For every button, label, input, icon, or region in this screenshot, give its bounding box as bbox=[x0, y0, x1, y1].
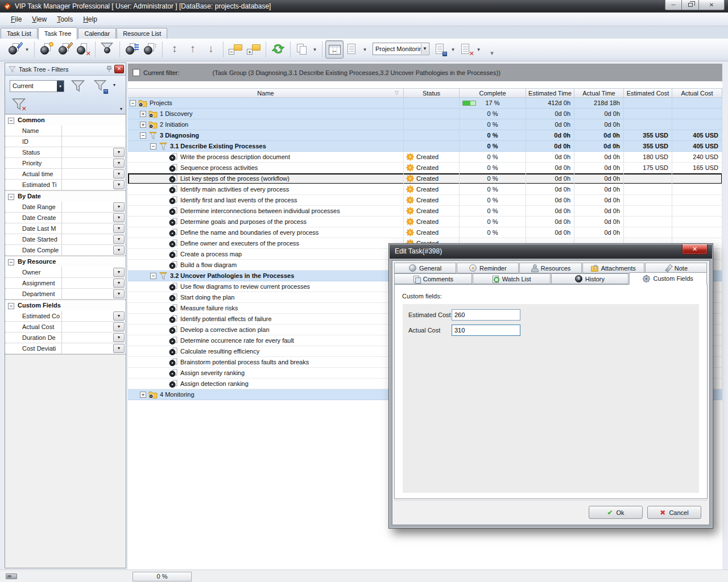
tab-calendar[interactable]: Calendar bbox=[78, 28, 116, 39]
task-group-row[interactable]: +1 Discovery0 %0d 0h0d 0h bbox=[128, 109, 722, 119]
collapse-icon[interactable]: − bbox=[8, 194, 14, 200]
chevron-down-icon[interactable]: ▼ bbox=[113, 224, 125, 233]
filter-field-value[interactable]: ▼ bbox=[61, 202, 126, 212]
dialog-tab-comments[interactable]: Comments bbox=[394, 273, 472, 284]
report-view-button[interactable] bbox=[344, 40, 362, 59]
chevron-down-icon[interactable]: ▼ bbox=[113, 180, 125, 189]
tab-resource-list[interactable]: Resource List bbox=[117, 28, 167, 39]
save-report-button[interactable] bbox=[432, 40, 450, 59]
collapse-icon[interactable]: − bbox=[150, 143, 156, 149]
chevron-down-icon[interactable]: ▼ bbox=[113, 169, 125, 178]
column-header-status[interactable]: Status bbox=[404, 89, 460, 97]
tab-task-tree[interactable]: Task Tree bbox=[38, 27, 78, 40]
collapse-icon[interactable]: − bbox=[8, 303, 14, 309]
collapse-icon[interactable]: − bbox=[130, 100, 136, 106]
expand-icon[interactable]: + bbox=[140, 122, 146, 128]
chevron-down-icon[interactable]: ▼ bbox=[113, 289, 125, 298]
column-header-actual-cost[interactable]: Actual Cost bbox=[672, 89, 722, 97]
chevron-down-icon[interactable]: ▼ bbox=[113, 333, 125, 342]
column-header-estimated-time[interactable]: Estimated Time bbox=[526, 89, 574, 97]
task-group-row[interactable]: −Projects17 %412d 0h218d 18h bbox=[128, 98, 722, 109]
current-filter-checkbox[interactable] bbox=[133, 69, 140, 76]
filter-field-value[interactable]: ▼ bbox=[61, 343, 126, 354]
collapse-icon[interactable]: − bbox=[150, 273, 156, 279]
chevron-down-icon[interactable]: ▾ bbox=[362, 40, 368, 59]
move-down-button[interactable]: ↓ bbox=[202, 40, 220, 59]
chevron-down-icon[interactable]: ▼ bbox=[113, 322, 125, 331]
filter-field-value[interactable]: ▼ bbox=[61, 332, 126, 343]
filter-panel-close-button[interactable]: ✕ bbox=[114, 65, 124, 73]
cancel-button[interactable]: ✖ Cancel bbox=[647, 506, 701, 519]
dialog-tab-history[interactable]: History bbox=[551, 273, 629, 284]
collapse-all-button[interactable]: − bbox=[226, 40, 245, 59]
task-row[interactable]: Define the name and boundaries of every … bbox=[128, 227, 722, 238]
actual-cost-input[interactable] bbox=[452, 325, 520, 336]
chevron-down-icon[interactable]: ▾ bbox=[57, 81, 64, 92]
filter-group-by-resource[interactable]: −By Resource bbox=[5, 256, 126, 267]
chevron-down-icon[interactable]: ▾ bbox=[24, 40, 30, 59]
chevron-down-icon[interactable]: ▼ bbox=[113, 202, 125, 211]
dialog-tab-general[interactable]: General bbox=[394, 263, 456, 273]
pin-icon[interactable] bbox=[106, 65, 112, 73]
filter-field-value[interactable]: ▼ bbox=[61, 267, 126, 277]
expand-icon[interactable]: + bbox=[140, 111, 146, 117]
chevron-down-icon[interactable]: ▾ bbox=[312, 40, 318, 59]
fit-columns-button[interactable]: ↔ bbox=[325, 40, 344, 59]
duplicate-button[interactable] bbox=[293, 40, 312, 59]
toolbar-overflow-button[interactable]: ▾ bbox=[483, 40, 501, 59]
move-updown-button[interactable]: ↕ bbox=[166, 40, 184, 59]
task-row[interactable]: Determine interconnections between indiv… bbox=[128, 206, 722, 217]
refresh-button[interactable] bbox=[269, 40, 287, 59]
save-filter-button[interactable] bbox=[92, 78, 111, 95]
collapse-icon[interactable]: − bbox=[8, 259, 14, 265]
task-row[interactable]: Identify first and last events of the pr… bbox=[128, 195, 722, 206]
filter-field-value[interactable]: ▼ bbox=[61, 169, 126, 179]
dialog-close-button[interactable]: ✕ bbox=[682, 244, 708, 255]
filter-field-value[interactable]: ▼ bbox=[61, 245, 126, 255]
apply-filter-button[interactable] bbox=[69, 78, 88, 95]
add-task-button[interactable] bbox=[6, 40, 24, 59]
column-header-complete[interactable]: Complete bbox=[460, 89, 526, 97]
filter-field-value[interactable]: ▼ bbox=[61, 278, 126, 288]
minimize-button[interactable]: ─ bbox=[665, 0, 682, 10]
task-details-button[interactable] bbox=[123, 40, 141, 59]
dialog-tab-custom-fields[interactable]: Custom Fields bbox=[629, 272, 707, 285]
dialog-tab-watch-list[interactable]: Watch List bbox=[473, 273, 551, 284]
chevron-down-icon[interactable]: ▾ bbox=[120, 106, 122, 111]
filter-field-value[interactable]: ▼ bbox=[61, 180, 126, 190]
task-group-row[interactable]: +2 Initiation0 %0d 0h0d 0h bbox=[128, 119, 722, 130]
delete-report-button[interactable]: ✕ bbox=[457, 40, 475, 59]
menu-file[interactable]: File bbox=[6, 13, 27, 26]
chevron-down-icon[interactable]: ▾ bbox=[475, 40, 482, 59]
expand-icon[interactable]: + bbox=[140, 392, 146, 398]
add-subtask-button[interactable] bbox=[38, 40, 56, 59]
filter-field-value[interactable]: ▼ bbox=[61, 158, 126, 168]
chevron-down-icon[interactable]: ▼ bbox=[113, 268, 125, 277]
chevron-down-icon[interactable]: ▼ bbox=[421, 44, 428, 54]
chevron-down-icon[interactable]: ▼ bbox=[113, 235, 125, 244]
task-row[interactable]: Determine goals and purposes of the proc… bbox=[128, 217, 722, 227]
column-header-estimated-cost[interactable]: Estimated Cost bbox=[624, 89, 672, 97]
chevron-down-icon[interactable]: ▼ bbox=[113, 213, 125, 222]
chevron-down-icon[interactable]: ▼ bbox=[113, 278, 125, 288]
chevron-down-icon[interactable]: ▾ bbox=[450, 40, 456, 59]
filter-field-value[interactable]: ▼ bbox=[61, 311, 126, 321]
task-group-row[interactable]: −3.1 Describe Existing Processes0 %0d 0h… bbox=[128, 141, 722, 152]
close-button[interactable]: ✕ bbox=[698, 0, 725, 10]
edit-task-button[interactable] bbox=[56, 40, 74, 59]
filter-field-value[interactable] bbox=[61, 126, 126, 136]
chevron-down-icon[interactable]: ▼ bbox=[113, 246, 125, 255]
estimated-cost-input[interactable] bbox=[452, 309, 520, 321]
filter-field-value[interactable]: ▼ bbox=[61, 147, 126, 157]
filter-field-value[interactable]: ▼ bbox=[61, 234, 126, 244]
task-priority-button[interactable]: ↑ bbox=[141, 40, 159, 59]
chevron-down-icon[interactable]: ▼ bbox=[113, 311, 125, 321]
dialog-tab-reminder[interactable]: Reminder bbox=[457, 263, 519, 273]
task-group-row[interactable]: −3 Diagnosing0 %0d 0h0d 0h355 USD405 USD bbox=[128, 130, 722, 141]
task-row[interactable]: Write the process description documentCr… bbox=[128, 152, 722, 163]
chevron-down-icon[interactable]: ▼ bbox=[113, 159, 125, 168]
menu-view[interactable]: View bbox=[27, 13, 52, 26]
report-combobox[interactable]: Project Monitoring▼ bbox=[373, 43, 429, 55]
collapse-icon[interactable]: − bbox=[8, 118, 14, 124]
task-row[interactable]: Identify main activities of every proces… bbox=[128, 184, 722, 195]
